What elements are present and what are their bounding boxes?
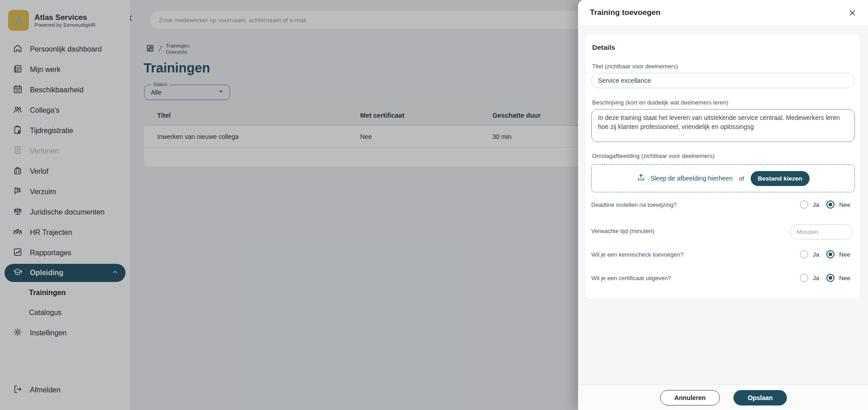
title-input[interactable] [591, 73, 855, 88]
knowledge-check-ja-radio[interactable] [800, 250, 808, 258]
deadline-question-label: Deadline instellen na toewijzing? [591, 201, 677, 208]
certificate-nee-radio[interactable] [826, 274, 834, 282]
image-dropzone[interactable]: Sleep de afbeelding hierheen of Bestand … [591, 164, 855, 192]
certificate-label: Wil je een certificaat uitgeven? [591, 275, 671, 281]
save-button[interactable]: Opslaan [733, 390, 787, 405]
dropzone-or-text: of [739, 175, 744, 182]
knowledge-check-nee-radio[interactable] [826, 250, 834, 258]
certificate-ja-radio[interactable] [800, 274, 808, 282]
close-icon[interactable] [847, 8, 857, 18]
certificate-row: Wil je een certificaat uitgeven? Ja Nee [591, 274, 853, 282]
title-field-label: Titel (zichtbaar voor deelnemers) [592, 63, 678, 70]
deadline-ja-label[interactable]: Ja [813, 201, 819, 208]
deadline-nee-label[interactable]: Nee [839, 201, 850, 208]
certificate-nee-label[interactable]: Nee [839, 275, 850, 281]
cancel-button[interactable]: Annuleren [660, 390, 720, 405]
description-textarea[interactable]: In deze training staat het leveren van u… [591, 109, 855, 142]
deadline-nee-radio[interactable] [826, 200, 834, 209]
certificate-ja-label[interactable]: Ja [813, 275, 819, 281]
cover-image-label: Omslagafbeelding (zichtbaar voor deelnem… [592, 153, 714, 159]
description-field-label: Beschrijving (kort en duidelijk wat deel… [592, 99, 728, 106]
deadline-ja-radio[interactable] [800, 200, 808, 209]
details-card: Details Titel (zichtbaar voor deelnemers… [584, 33, 861, 300]
drawer-title: Training toevoegen [590, 8, 661, 17]
expected-time-input[interactable] [790, 224, 853, 239]
knowledge-check-row: Wil je een kennischeck toevoegen? Ja Nee [591, 250, 853, 258]
drawer-footer: Annuleren Opslaan [578, 385, 868, 410]
knowledge-check-nee-label[interactable]: Nee [839, 251, 850, 258]
expected-time-label: Verwachte tijd (minuten) [591, 228, 654, 234]
upload-icon [637, 173, 646, 184]
knowledge-check-ja-label[interactable]: Ja [813, 251, 819, 258]
dropzone-text: Sleep de afbeelding hierheen [650, 175, 733, 182]
knowledge-check-label: Wil je een kennischeck toevoegen? [591, 251, 684, 258]
add-training-drawer: Training toevoegen Details Titel (zichtb… [578, 0, 868, 410]
section-title: Details [592, 43, 615, 52]
choose-file-button[interactable]: Bestand kiezen [751, 171, 810, 186]
deadline-question-row: Deadline instellen na toewijzing? Ja Nee [591, 200, 853, 209]
